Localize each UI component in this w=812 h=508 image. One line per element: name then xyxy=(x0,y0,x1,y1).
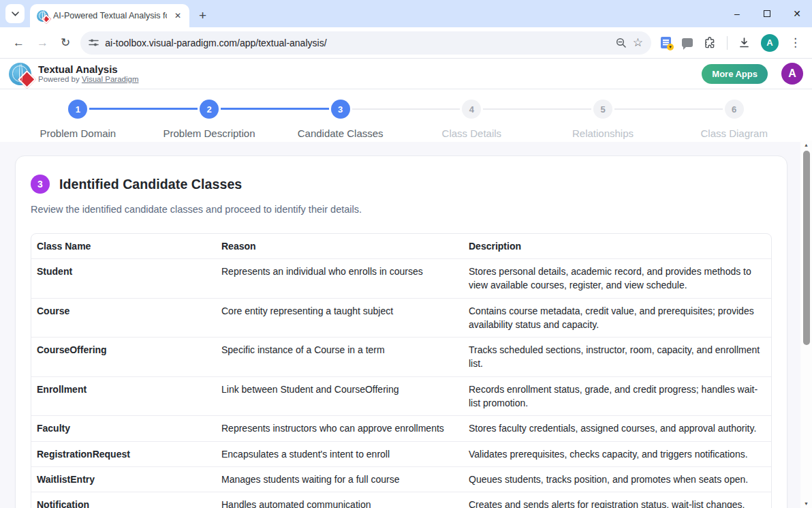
class-name-cell: Course xyxy=(31,299,216,338)
step-connector xyxy=(483,108,537,110)
candidate-classes-table: Class NameReasonDescription StudentRepre… xyxy=(31,233,772,508)
class-table-body: StudentRepresents an individual who enro… xyxy=(31,259,771,508)
visual-paradigm-logo-icon xyxy=(9,63,31,85)
step-number: 1 xyxy=(68,100,87,119)
class-name-cell: CourseOffering xyxy=(31,338,216,376)
table-row: EnrollmentLink between Student and Cours… xyxy=(31,377,771,417)
more-apps-button[interactable]: More Apps xyxy=(702,64,768,84)
stepper-step-class-diagram[interactable]: 6Class Diagram xyxy=(668,100,800,139)
main-content: 3 Identified Candidate Classes Review th… xyxy=(0,142,800,508)
step-connector xyxy=(537,108,591,110)
downloads-icon[interactable] xyxy=(738,37,750,48)
step-connector xyxy=(275,108,328,110)
tab-search-button[interactable] xyxy=(5,4,25,23)
scrollbar-thumb[interactable] xyxy=(803,151,810,345)
step-label: Class Diagram xyxy=(701,128,768,139)
column-header: Reason xyxy=(216,234,463,258)
extensions-puzzle-icon[interactable] xyxy=(704,37,716,49)
browser-titlebar: AI-Powered Textual Analysis for ✕ + – ✕ xyxy=(0,0,812,27)
step-connector xyxy=(614,108,668,110)
description-cell: Tracks scheduled sections, instructor, r… xyxy=(463,338,771,376)
reading-mode-icon[interactable]: ▾ xyxy=(661,37,671,48)
table-row: StudentRepresents an individual who enro… xyxy=(31,259,771,299)
site-settings-icon[interactable] xyxy=(89,38,99,48)
zoom-icon[interactable] xyxy=(616,38,627,48)
page-subtitle: Review the identified candidate classes … xyxy=(31,204,772,215)
reason-cell: Core entity representing a taught subjec… xyxy=(216,299,463,338)
new-tab-button[interactable]: + xyxy=(199,9,206,22)
class-name-cell: Faculty xyxy=(31,416,216,440)
forward-button[interactable]: → xyxy=(31,36,54,50)
description-cell: Records enrollment status, grade, and cr… xyxy=(463,377,771,416)
page-scrollbar[interactable]: ▲ ▼ xyxy=(800,140,812,508)
step-number: 5 xyxy=(593,100,612,119)
address-bar[interactable]: ai-toolbox.visual-paradigm.com/app/textu… xyxy=(80,31,651,55)
reading-mode-badge-icon: ▾ xyxy=(667,44,674,50)
class-table-header: Class NameReasonDescription xyxy=(31,234,771,259)
reason-cell: Represents instructors who can approve e… xyxy=(216,416,463,440)
stepper-step-problem-description[interactable]: 2Problem Description xyxy=(144,100,275,139)
tab-title: AI-Powered Textual Analysis for xyxy=(53,11,167,20)
table-row: WaitlistEntryManages students waiting fo… xyxy=(31,467,771,492)
description-cell: Contains course metadata, credit value, … xyxy=(463,299,771,338)
user-avatar[interactable]: A xyxy=(781,63,803,85)
description-cell: Stores personal details, academic record… xyxy=(463,259,771,298)
scroll-down-icon[interactable]: ▼ xyxy=(804,499,809,508)
step-connector xyxy=(406,108,460,110)
close-window-button[interactable]: ✕ xyxy=(782,0,812,27)
maximize-button[interactable] xyxy=(752,0,782,27)
app-title: Textual Analysis xyxy=(38,63,138,75)
browser-toolbar: ← → ↻ ai-toolbox.visual-paradigm.com/app… xyxy=(0,27,812,59)
visual-paradigm-link[interactable]: Visual Paradigm xyxy=(82,75,139,83)
powered-by-prefix: Powered by xyxy=(38,75,80,83)
back-button[interactable]: ← xyxy=(7,36,31,50)
minimize-button[interactable]: – xyxy=(722,0,752,27)
maximize-icon xyxy=(764,10,770,17)
bookmark-star-icon[interactable]: ☆ xyxy=(633,35,643,50)
table-row: CourseCore entity representing a taught … xyxy=(31,299,771,338)
scroll-up-icon[interactable]: ▲ xyxy=(804,140,809,149)
tab-close-icon[interactable]: ✕ xyxy=(172,10,184,22)
step-number: 3 xyxy=(331,100,350,119)
step-label: Candidate Classes xyxy=(298,128,384,139)
browser-tab[interactable]: AI-Powered Textual Analysis for ✕ xyxy=(30,4,189,27)
class-name-cell: Notification xyxy=(31,492,216,508)
step-connector xyxy=(89,108,143,110)
reason-cell: Handles automated communication xyxy=(216,492,463,508)
column-header: Description xyxy=(463,234,771,258)
description-cell: Queues students, tracks position, and pr… xyxy=(463,467,771,492)
table-row: CourseOfferingSpecific instance of a Cou… xyxy=(31,338,771,377)
scrollbar-track[interactable] xyxy=(800,149,812,499)
visual-paradigm-favicon-icon xyxy=(37,10,48,22)
step-connector xyxy=(352,108,406,110)
step-label: Problem Domain xyxy=(40,128,116,139)
reason-cell: Represents an individual who enrolls in … xyxy=(216,259,463,298)
description-cell: Validates prerequisites, checks capacity… xyxy=(463,442,771,466)
browser-profile-avatar[interactable]: A xyxy=(761,34,779,52)
step-label: Relationships xyxy=(572,128,634,139)
candidate-classes-card: 3 Identified Candidate Classes Review th… xyxy=(15,155,787,508)
comment-icon[interactable] xyxy=(682,38,693,47)
stepper-step-relationships[interactable]: 5Relationships xyxy=(537,100,669,139)
step-number: 6 xyxy=(725,100,744,119)
column-header: Class Name xyxy=(31,234,216,258)
reload-button[interactable]: ↻ xyxy=(54,35,76,50)
app-title-block: Textual Analysis Powered by Visual Parad… xyxy=(38,63,138,84)
step-number-badge: 3 xyxy=(31,175,50,194)
stepper-step-problem-domain[interactable]: 1Problem Domain xyxy=(12,100,144,139)
page-title: Identified Candidate Classes xyxy=(59,177,242,192)
table-row: NotificationHandles automated communicat… xyxy=(31,492,771,508)
powered-by: Powered by Visual Paradigm xyxy=(38,75,138,84)
url-text[interactable]: ai-toolbox.visual-paradigm.com/app/textu… xyxy=(105,38,610,48)
step-connector xyxy=(668,108,722,110)
class-name-cell: Enrollment xyxy=(31,377,216,416)
toolbar-divider xyxy=(727,36,728,50)
table-row: FacultyRepresents instructors who can ap… xyxy=(31,416,771,441)
browser-menu-icon[interactable]: ⋮ xyxy=(790,35,801,50)
stepper-step-class-details[interactable]: 4Class Details xyxy=(406,100,537,139)
app-header: Textual Analysis Powered by Visual Parad… xyxy=(0,59,812,89)
stepper-step-candidate-classes[interactable]: 3Candidate Classes xyxy=(275,100,406,139)
step-number: 2 xyxy=(200,100,219,119)
stepper-steps: 1Problem Domain2Problem Description3Cand… xyxy=(12,100,800,139)
wizard-stepper: 1Problem Domain2Problem Description3Cand… xyxy=(0,89,812,142)
